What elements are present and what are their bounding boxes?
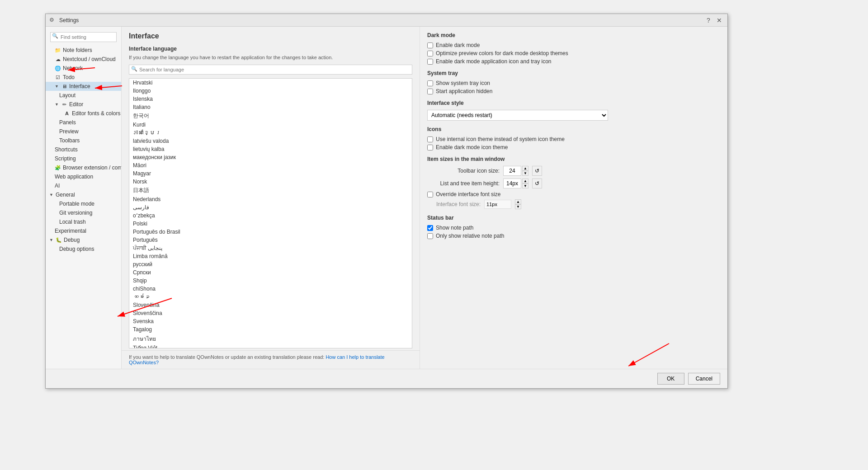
sidebar-item-editor[interactable]: ▼ ✏ Editor: [46, 100, 121, 109]
sidebar-item-note-folders[interactable]: 📁 Note folders: [46, 46, 121, 55]
sidebar-item-portable-mode[interactable]: Portable mode: [46, 199, 121, 208]
enable-dark-mode-checkbox[interactable]: [427, 42, 433, 48]
tree-arrow-down-icon: ▼: [49, 238, 54, 242]
extension-icon: 🧩: [55, 164, 61, 171]
lang-search-wrapper: [129, 65, 412, 75]
cancel-button[interactable]: Cancel: [688, 373, 720, 385]
list-item-height-reset-btn[interactable]: ↺: [532, 179, 542, 188]
close-button[interactable]: ✕: [715, 16, 724, 25]
spinbox-down-btn[interactable]: ▼: [522, 183, 528, 188]
language-item[interactable]: Polski: [129, 220, 412, 228]
sidebar-item-shortcuts[interactable]: Shortcuts: [46, 145, 121, 154]
start-hidden-checkbox[interactable]: [427, 89, 433, 94]
sidebar-item-todo[interactable]: ☑ Todo: [46, 73, 121, 82]
show-note-path-checkbox[interactable]: [427, 225, 433, 231]
language-item[interactable]: Slovenščina: [129, 309, 412, 317]
spinbox-up-btn[interactable]: ▲: [522, 166, 528, 171]
font-icon: A: [64, 110, 70, 117]
sidebar-label: Todo: [63, 74, 75, 80]
override-font-checkbox[interactable]: [427, 192, 433, 197]
sidebar-item-interface[interactable]: ▼ 🖥 Interface: [46, 82, 121, 91]
language-item[interactable]: ភាសាខ្មែរ: [129, 129, 412, 137]
language-item[interactable]: 日本語: [129, 186, 412, 195]
language-item[interactable]: فارسی: [129, 203, 412, 212]
only-relative-path-checkbox[interactable]: [427, 233, 433, 239]
language-item[interactable]: Hrvatski: [129, 79, 412, 87]
language-item[interactable]: Māori: [129, 161, 412, 169]
sidebar-item-nextcloud[interactable]: ☁ Nextcloud / ownCloud: [46, 55, 121, 64]
start-hidden-row: Start application hidden: [427, 88, 720, 94]
spinbox-down-btn[interactable]: ▼: [522, 171, 528, 176]
sidebar-item-toolbars[interactable]: Toolbars: [46, 136, 121, 145]
language-item[interactable]: chiShona: [129, 285, 412, 293]
font-size-input[interactable]: [484, 200, 511, 209]
search-input[interactable]: [50, 32, 117, 42]
lang-search-input[interactable]: [129, 65, 412, 75]
sidebar-item-scripting[interactable]: Scripting: [46, 154, 121, 163]
language-item[interactable]: Nederlands: [129, 195, 412, 203]
language-item[interactable]: Magyar: [129, 169, 412, 178]
language-item[interactable]: oʻzbekça: [129, 212, 412, 220]
language-item[interactable]: Limba română: [129, 252, 412, 260]
sidebar-label: Nextcloud / ownCloud: [63, 56, 116, 62]
network-icon: 🌐: [55, 65, 61, 71]
help-button[interactable]: ?: [704, 16, 713, 25]
sidebar-label: Panels: [59, 119, 76, 126]
enable-dark-icon-checkbox[interactable]: [427, 59, 433, 65]
sidebar-item-git-versioning[interactable]: Git versioning: [46, 208, 121, 217]
language-item[interactable]: македонски јазик: [129, 153, 412, 161]
toolbar-icon-size-input[interactable]: [503, 166, 521, 176]
toolbar-icon-size-label: Toolbar icon size:: [427, 168, 500, 174]
language-item[interactable]: lietuvių kalba: [129, 145, 412, 153]
enable-dark-mode-row: Enable dark mode: [427, 42, 720, 48]
language-item[interactable]: ၸၢဝ်းၶႄႇ: [129, 293, 412, 301]
use-internal-icon-checkbox[interactable]: [427, 136, 433, 142]
language-item[interactable]: Српски: [129, 268, 412, 277]
sidebar-item-browser-ext[interactable]: 🧩 Browser extension / com...: [46, 163, 121, 172]
language-item[interactable]: Norsk: [129, 178, 412, 186]
language-item[interactable]: Português: [129, 236, 412, 244]
sidebar-item-debug[interactable]: ▼ 🐛 Debug: [46, 235, 121, 244]
toolbar-icon-size-reset-btn[interactable]: ↺: [532, 166, 542, 176]
sidebar-item-ai[interactable]: AI: [46, 181, 121, 190]
language-item[interactable]: Português do Brasil: [129, 228, 412, 236]
language-item[interactable]: Italiano: [129, 103, 412, 111]
language-item[interactable]: русский: [129, 260, 412, 268]
language-item[interactable]: Slovenčina: [129, 301, 412, 309]
language-item[interactable]: ਪੰਜਾਬੀ پنجابی: [129, 244, 412, 252]
sidebar-label: Layout: [59, 92, 75, 99]
spinbox-up-btn[interactable]: ▲: [522, 179, 528, 183]
language-item[interactable]: 한국어: [129, 111, 412, 121]
sidebar-item-experimental[interactable]: Experimental: [46, 226, 121, 235]
sidebar-item-local-trash[interactable]: Local trash: [46, 217, 121, 226]
language-item[interactable]: ภาษาไทย: [129, 334, 412, 344]
sidebar-label: Debug options: [59, 246, 94, 252]
sidebar-item-editor-fonts[interactable]: A Editor fonts & colors: [46, 109, 121, 118]
sidebar-item-general[interactable]: ▼ General: [46, 190, 121, 199]
language-item[interactable]: Kurdi: [129, 121, 412, 129]
ok-button[interactable]: OK: [657, 373, 684, 385]
language-item[interactable]: Islenska: [129, 95, 412, 103]
sidebar-item-network[interactable]: 🌐 Network: [46, 64, 121, 73]
font-size-down-btn[interactable]: ▼: [515, 204, 521, 209]
language-item[interactable]: Svenska: [129, 317, 412, 325]
language-item[interactable]: Tiếng Việt: [129, 344, 412, 348]
font-size-up-btn[interactable]: ▲: [515, 199, 521, 204]
optimize-preview-checkbox[interactable]: [427, 51, 433, 56]
list-item-height-input[interactable]: [503, 179, 521, 188]
sidebar-item-preview[interactable]: Preview: [46, 127, 121, 136]
language-item[interactable]: Ilonggo: [129, 87, 412, 95]
sidebar-item-panels[interactable]: Panels: [46, 118, 121, 127]
show-tray-icon-checkbox[interactable]: [427, 80, 433, 86]
sidebar-item-layout[interactable]: Layout: [46, 91, 121, 100]
sidebar-item-web-application[interactable]: Web application: [46, 172, 121, 181]
sidebar-item-debug-options[interactable]: Debug options: [46, 244, 121, 254]
sidebar-label: Web application: [55, 174, 93, 180]
status-bar-title: Status bar: [427, 215, 720, 221]
enable-dark-icon-label: Enable dark mode application icon and tr…: [436, 58, 552, 65]
interface-style-select[interactable]: Automatic (needs restart) Fusion Windows: [427, 110, 608, 121]
language-item[interactable]: Shqip: [129, 277, 412, 285]
language-item[interactable]: latviešu valoda: [129, 137, 412, 145]
enable-dark-icon-theme-checkbox[interactable]: [427, 145, 433, 150]
language-item[interactable]: Tagalog: [129, 325, 412, 334]
